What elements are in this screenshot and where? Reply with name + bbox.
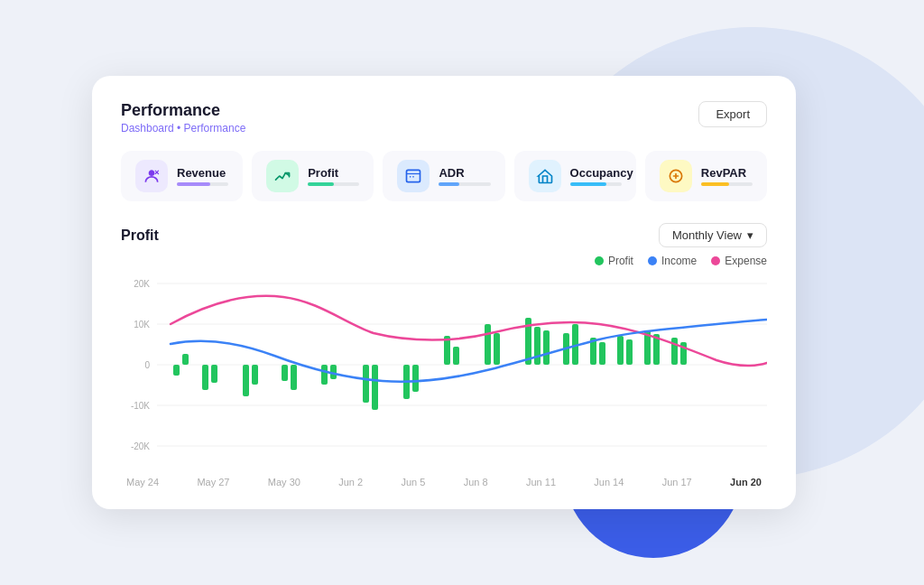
svg-rect-16: [202, 365, 208, 390]
legend-income: Income: [648, 255, 697, 267]
svg-rect-38: [599, 342, 605, 365]
legend-dot-expense: [711, 256, 720, 265]
x-label-3: Jun 2: [338, 477, 363, 488]
revenue-label: Revenue: [177, 166, 228, 180]
breadcrumb-current: Performance: [184, 122, 246, 135]
revenue-bar-bg: [177, 182, 228, 186]
revpar-icon: [660, 160, 692, 192]
legend-dot-income: [648, 256, 657, 265]
card-header: Performance Dashboard • Performance Expo…: [121, 101, 767, 135]
revenue-info: Revenue: [177, 166, 228, 186]
svg-text:0: 0: [144, 360, 150, 370]
monthly-view-label: Monthly View: [672, 228, 742, 242]
svg-rect-14: [173, 365, 180, 376]
metric-card-revenue[interactable]: Revenue: [121, 151, 243, 201]
card-title: Performance: [121, 101, 245, 120]
svg-rect-17: [211, 365, 217, 383]
x-label-9: Jun 20: [730, 477, 762, 488]
chart-svg: 20K 10K 0 -10K -20K: [121, 274, 767, 473]
occupancy-icon: [529, 160, 561, 192]
svg-rect-18: [243, 365, 249, 396]
main-card: Performance Dashboard • Performance Expo…: [92, 76, 796, 509]
svg-rect-22: [321, 365, 328, 385]
x-label-7: Jun 14: [594, 477, 624, 488]
x-label-5: Jun 8: [464, 477, 488, 488]
svg-rect-30: [485, 324, 491, 365]
profit-bar-fill: [308, 182, 334, 186]
x-label-8: Jun 17: [662, 477, 692, 488]
chevron-down-icon: ▾: [747, 228, 753, 242]
svg-rect-43: [671, 338, 678, 365]
chart-area: 20K 10K 0 -10K -20K: [121, 274, 767, 473]
legend-label-expense: Expense: [725, 255, 767, 267]
breadcrumb: Dashboard • Performance: [121, 122, 245, 135]
occupancy-bar-fill: [570, 182, 606, 186]
legend-profit: Profit: [595, 255, 633, 267]
chart-legend: Profit Income Expense: [121, 255, 767, 267]
revpar-bar-bg: [701, 182, 753, 186]
monthly-view-button[interactable]: Monthly View ▾: [659, 223, 767, 247]
breadcrumb-sep: •: [177, 122, 180, 135]
svg-rect-33: [534, 327, 541, 365]
occupancy-info: Occupancy: [570, 166, 622, 186]
revpar-info: RevPAR: [701, 166, 753, 186]
svg-point-2: [413, 176, 415, 178]
svg-rect-21: [291, 365, 297, 390]
revpar-bar-fill: [701, 182, 729, 186]
metrics-row: Revenue Profit ADR: [121, 151, 767, 201]
legend-expense: Expense: [711, 255, 767, 267]
svg-point-1: [410, 176, 411, 178]
adr-label: ADR: [439, 166, 490, 180]
svg-text:-10K: -10K: [131, 401, 150, 411]
legend-label-profit: Profit: [608, 255, 633, 267]
x-label-0: May 24: [126, 477, 159, 488]
occupancy-label: Occupancy: [570, 166, 622, 180]
svg-rect-27: [412, 365, 419, 392]
adr-info: ADR: [439, 166, 490, 186]
svg-rect-24: [363, 365, 369, 403]
adr-bar-bg: [439, 182, 490, 186]
svg-text:20K: 20K: [134, 279, 150, 289]
svg-text:10K: 10K: [134, 320, 150, 330]
card-title-section: Performance Dashboard • Performance: [121, 101, 245, 135]
chart-section: Profit Monthly View ▾ Profit Income Expe…: [121, 223, 767, 488]
profit-icon: [266, 160, 299, 192]
legend-dot-profit: [595, 256, 604, 265]
metric-card-revpar[interactable]: RevPAR: [645, 151, 767, 201]
svg-rect-25: [372, 365, 378, 410]
profit-bar-bg: [308, 182, 359, 186]
adr-icon: [397, 160, 430, 192]
svg-rect-29: [453, 347, 459, 365]
export-button[interactable]: Export: [698, 101, 767, 127]
breadcrumb-root: Dashboard: [121, 122, 174, 135]
revenue-icon: [135, 160, 168, 192]
x-label-4: Jun 5: [401, 477, 425, 488]
legend-label-income: Income: [661, 255, 697, 267]
x-label-1: May 27: [197, 477, 229, 488]
revpar-label: RevPAR: [701, 166, 753, 180]
profit-info: Profit: [308, 166, 359, 186]
metric-card-profit[interactable]: Profit: [252, 151, 374, 201]
svg-rect-31: [494, 333, 500, 365]
metric-card-occupancy[interactable]: Occupancy: [514, 151, 636, 201]
x-label-6: Jun 11: [526, 477, 556, 488]
svg-rect-34: [543, 330, 550, 365]
occupancy-bar-bg: [570, 182, 622, 186]
chart-header: Profit Monthly View ▾: [121, 223, 767, 247]
adr-bar-fill: [439, 182, 459, 186]
svg-rect-19: [252, 365, 258, 385]
svg-rect-39: [617, 336, 624, 365]
svg-rect-15: [182, 354, 189, 365]
svg-rect-40: [626, 339, 633, 365]
metric-card-adr[interactable]: ADR: [383, 151, 504, 201]
profit-label: Profit: [308, 166, 359, 180]
svg-rect-20: [282, 365, 288, 381]
x-labels: May 24 May 27 May 30 Jun 2 Jun 5 Jun 8 J…: [121, 477, 767, 488]
svg-text:-20K: -20K: [131, 441, 150, 451]
chart-title: Profit: [121, 228, 159, 244]
x-label-2: May 30: [268, 477, 300, 488]
revenue-bar-fill: [177, 182, 210, 186]
